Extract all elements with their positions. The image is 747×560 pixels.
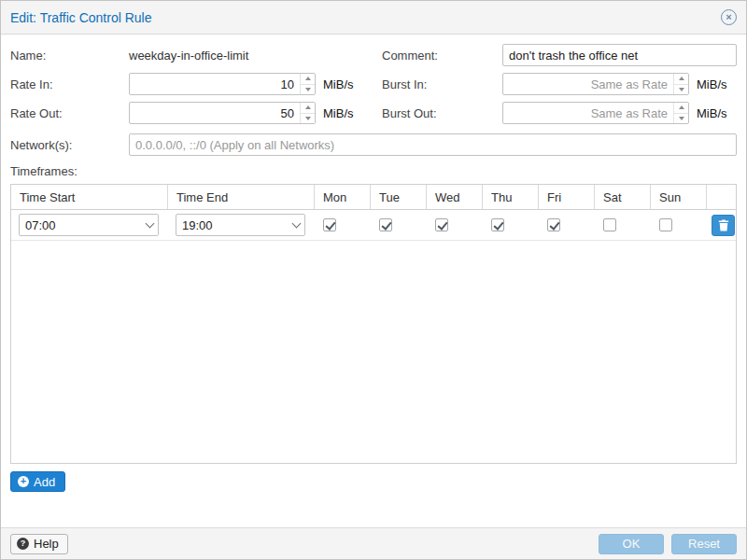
spinner-up-icon[interactable] bbox=[301, 103, 315, 114]
networks-input[interactable] bbox=[129, 133, 737, 156]
burst-out-label: Burst Out: bbox=[382, 106, 502, 120]
reset-button-label: Reset bbox=[688, 537, 720, 551]
add-button[interactable]: Add bbox=[10, 471, 65, 492]
name-value: weekday-in-office-limit bbox=[129, 49, 248, 63]
dialog-body: Name: weekday-in-office-limit Comment: R… bbox=[1, 35, 746, 527]
column-header-wed[interactable]: Wed bbox=[427, 185, 483, 209]
checkbox-mon[interactable] bbox=[323, 218, 336, 231]
rate-in-spinner bbox=[300, 74, 315, 94]
rate-in-label: Rate In: bbox=[10, 77, 129, 91]
spinner-down-icon[interactable] bbox=[301, 85, 315, 95]
spinner-up-icon[interactable] bbox=[674, 103, 688, 114]
checkbox-fri[interactable] bbox=[547, 218, 560, 231]
ok-button[interactable]: OK bbox=[599, 534, 664, 554]
spinner-up-icon[interactable] bbox=[674, 74, 688, 85]
delete-row-button[interactable] bbox=[712, 215, 735, 236]
checkbox-sun[interactable] bbox=[659, 218, 672, 231]
grid-header: Time Start Time End Mon Tue Wed Thu Fri … bbox=[11, 185, 736, 210]
close-icon[interactable] bbox=[721, 9, 737, 25]
ok-button-label: OK bbox=[623, 537, 641, 551]
column-header-thu[interactable]: Thu bbox=[483, 185, 539, 209]
rate-in-input[interactable] bbox=[129, 73, 316, 95]
checkbox-sat[interactable] bbox=[603, 218, 616, 231]
trash-icon bbox=[718, 219, 729, 231]
add-button-label: Add bbox=[34, 475, 55, 489]
column-header-sun[interactable]: Sun bbox=[651, 185, 707, 209]
time-start-combo bbox=[19, 214, 159, 236]
spinner-down-icon[interactable] bbox=[301, 114, 315, 124]
help-button-label: Help bbox=[34, 537, 59, 551]
timeframes-grid: Time Start Time End Mon Tue Wed Thu Fri … bbox=[10, 184, 737, 464]
reset-button[interactable]: Reset bbox=[671, 534, 737, 554]
question-circle-icon bbox=[17, 538, 29, 550]
rate-out-input[interactable] bbox=[129, 102, 316, 124]
spinner-down-icon[interactable] bbox=[674, 114, 688, 124]
networks-label: Network(s): bbox=[10, 138, 129, 152]
grid-body bbox=[11, 210, 736, 463]
row-rate-out-burst-out: Rate Out: MiB/s Burst Out: bbox=[10, 102, 737, 124]
time-end-input[interactable] bbox=[176, 214, 305, 236]
column-header-fri[interactable]: Fri bbox=[539, 185, 595, 209]
burst-out-input[interactable] bbox=[502, 102, 689, 124]
timeframe-row[interactable] bbox=[11, 210, 736, 241]
plus-circle-icon bbox=[18, 476, 29, 487]
rate-out-spinner bbox=[300, 103, 315, 123]
rate-out-unit: MiB/s bbox=[323, 106, 354, 120]
time-start-input[interactable] bbox=[19, 214, 159, 236]
spinner-down-icon[interactable] bbox=[674, 85, 688, 95]
burst-in-spinner bbox=[673, 74, 688, 94]
traffic-control-rule-dialog: Edit: Traffic Control Rule Name: weekday… bbox=[0, 0, 747, 560]
column-header-actions bbox=[707, 185, 740, 209]
chevron-down-icon[interactable] bbox=[288, 215, 304, 235]
comment-input[interactable] bbox=[502, 44, 737, 66]
row-name-comment: Name: weekday-in-office-limit Comment: bbox=[10, 44, 737, 66]
column-header-time-end[interactable]: Time End bbox=[168, 185, 315, 209]
rate-out-label: Rate Out: bbox=[10, 106, 129, 120]
checkbox-wed[interactable] bbox=[435, 218, 448, 231]
burst-in-input[interactable] bbox=[502, 73, 689, 95]
column-header-sat[interactable]: Sat bbox=[595, 185, 651, 209]
column-header-mon[interactable]: Mon bbox=[315, 185, 371, 209]
burst-out-unit: MiB/s bbox=[697, 106, 727, 120]
burst-out-spinner bbox=[673, 103, 688, 123]
dialog-title: Edit: Traffic Control Rule bbox=[10, 10, 151, 25]
spinner-up-icon[interactable] bbox=[301, 74, 315, 85]
burst-in-unit: MiB/s bbox=[697, 77, 727, 91]
checkbox-tue[interactable] bbox=[379, 218, 392, 231]
timeframes-label: Timeframes: bbox=[10, 164, 737, 178]
rate-in-unit: MiB/s bbox=[323, 77, 354, 91]
column-header-tue[interactable]: Tue bbox=[371, 185, 427, 209]
column-header-time-start[interactable]: Time Start bbox=[11, 185, 168, 209]
time-end-combo bbox=[176, 214, 305, 236]
help-button[interactable]: Help bbox=[10, 534, 68, 554]
chevron-down-icon[interactable] bbox=[141, 215, 158, 235]
row-rate-in-burst-in: Rate In: MiB/s Burst In: bbox=[10, 73, 737, 95]
burst-in-label: Burst In: bbox=[382, 77, 502, 91]
dialog-footer: Help OK Reset bbox=[1, 527, 746, 559]
comment-label: Comment: bbox=[382, 49, 502, 63]
row-networks: Network(s): bbox=[10, 133, 737, 156]
name-label: Name: bbox=[10, 49, 129, 63]
checkbox-thu[interactable] bbox=[491, 218, 504, 231]
dialog-titlebar: Edit: Traffic Control Rule bbox=[1, 1, 746, 35]
